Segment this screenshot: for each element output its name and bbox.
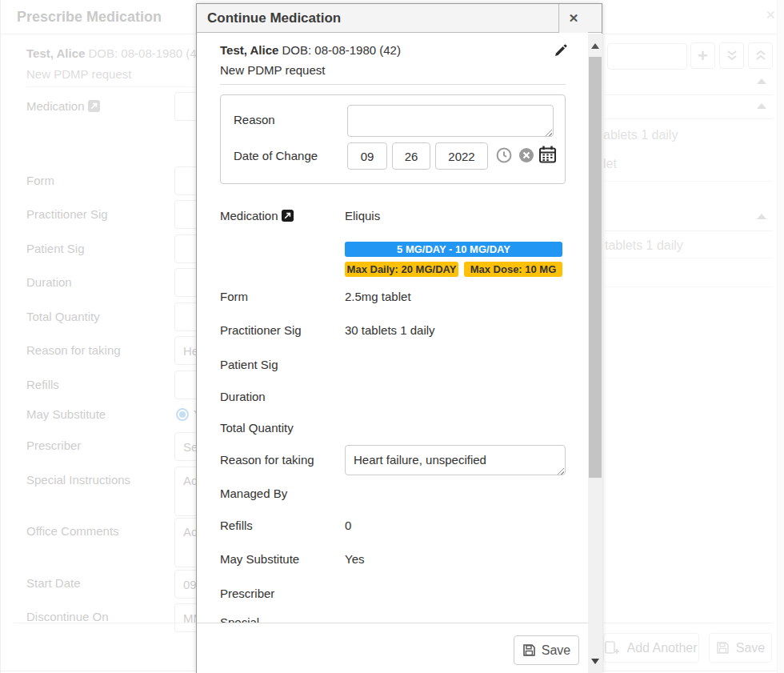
modal-field-label-managed-by: Managed By <box>220 487 287 500</box>
modal-patient-name: Test, Alice <box>220 43 278 57</box>
modal-pdmp-request-link[interactable]: New PDMP request <box>220 63 325 77</box>
modal-field-label-prescriber: Prescriber <box>220 587 274 600</box>
may-substitute-value: Yes <box>345 552 364 566</box>
calendar-icon[interactable] <box>539 146 556 163</box>
scroll-down-icon[interactable] <box>591 659 599 664</box>
modal-field-label-refills: Refills <box>220 519 253 532</box>
reason-for-taking-textarea[interactable]: Heart failure, unspecified <box>345 445 566 475</box>
refills-value: 0 <box>345 519 351 532</box>
date-of-change-label: Date of Change <box>234 149 318 162</box>
reason-panel: Reason Date of Change <box>220 94 566 184</box>
clock-icon[interactable] <box>496 147 512 163</box>
form-value: 2.5mg tablet <box>345 290 411 303</box>
modal-field-label-duration: Duration <box>220 390 266 403</box>
save-icon <box>522 643 536 657</box>
practitioner-sig-value: 30 tablets 1 daily <box>345 323 435 337</box>
modal-patient-dob: DOB: 08-08-1980 (42) <box>282 43 401 57</box>
modal-field-label-patient-sig: Patient Sig <box>220 358 278 371</box>
date-year-input[interactable] <box>435 142 488 170</box>
divider <box>220 84 566 85</box>
modal-content: Test, Alice DOB: 08-08-1980 (42) New PDM… <box>197 33 588 623</box>
modal-save-label: Save <box>542 643 570 658</box>
modal-field-label-may-substitute: May Substitute <box>220 552 299 566</box>
continue-medication-modal: Continue Medication ✕ Test, Alice DOB: 0… <box>196 3 602 673</box>
app-canvas: Prescribe Medication ✕ Test, Alice DOB: … <box>0 0 784 673</box>
date-day-input[interactable] <box>392 142 430 170</box>
close-icon[interactable]: ✕ <box>558 4 588 33</box>
modal-field-label-reason-for-taking: Reason for taking <box>220 453 314 467</box>
external-link-icon[interactable] <box>282 210 294 222</box>
max-dose-badge: Max Dose: 10 MG <box>464 262 562 277</box>
reason-textarea[interactable] <box>347 105 554 137</box>
clear-date-icon[interactable] <box>518 147 534 163</box>
date-month-input[interactable] <box>347 142 387 170</box>
modal-save-button[interactable]: Save <box>514 635 579 665</box>
medication-value: Eliquis <box>345 209 380 222</box>
scroll-up-icon[interactable] <box>591 43 599 49</box>
modal-patient-summary: Test, Alice DOB: 08-08-1980 (42) <box>220 43 401 57</box>
modal-field-label-total-quantity: Total Quantity <box>220 421 294 435</box>
modal-field-label-form: Form <box>220 290 248 303</box>
modal-header: Continue Medication ✕ <box>197 4 602 33</box>
modal-field-label-practitioner-sig: Practitioner Sig <box>220 323 302 337</box>
edit-pencil-icon[interactable] <box>554 44 567 58</box>
modal-field-label-special-clipped: Special <box>220 615 259 623</box>
modal-scrollbar[interactable] <box>588 34 602 673</box>
reason-label: Reason <box>234 113 275 126</box>
modal-footer: Save <box>197 623 588 673</box>
dose-range-badge: 5 MG/DAY - 10 MG/DAY <box>345 242 562 257</box>
max-daily-badge: Max Daily: 20 MG/DAY <box>345 262 458 277</box>
modal-title: Continue Medication <box>207 10 341 26</box>
scrollbar-thumb[interactable] <box>589 57 602 478</box>
modal-field-label-medication: Medication <box>220 209 294 222</box>
